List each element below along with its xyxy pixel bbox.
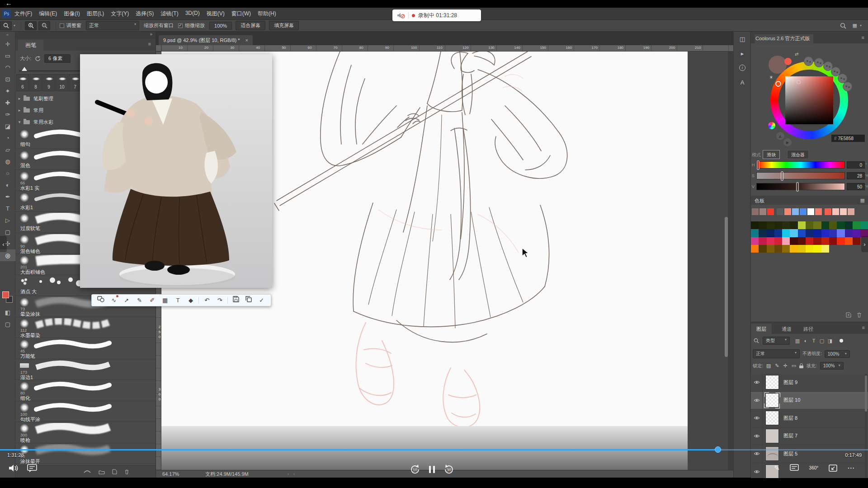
visibility-eye-icon[interactable] xyxy=(751,392,763,409)
path-select-tool[interactable]: ▷ xyxy=(0,214,15,226)
swap-colors-icon[interactable]: ⇄ xyxy=(795,52,798,56)
color-swatch[interactable] xyxy=(800,208,807,215)
panel-menu-icon[interactable]: ≡ xyxy=(148,41,151,47)
color-swatch[interactable] xyxy=(806,221,813,229)
layer-filter-icon[interactable]: ▥ xyxy=(793,338,802,344)
color-swatch[interactable] xyxy=(821,221,829,229)
pause-button[interactable] xyxy=(429,466,435,473)
zoom-tool-preset[interactable] xyxy=(0,21,12,30)
color-swatch[interactable] xyxy=(832,208,839,215)
color-swatch[interactable] xyxy=(759,237,766,245)
tab-layers[interactable]: 图层 xyxy=(751,324,772,334)
menu-item[interactable]: 视图(V) xyxy=(207,10,225,18)
swatches-menu-icon[interactable]: ▦ xyxy=(860,197,865,203)
color-swatch[interactable] xyxy=(790,229,797,237)
color-swatch[interactable] xyxy=(815,208,822,215)
layer-row[interactable]: 图层 9 xyxy=(751,374,868,392)
color-swatch[interactable] xyxy=(777,208,783,215)
mixer-mode-button[interactable]: 混合器 xyxy=(787,150,809,159)
color-swatch[interactable] xyxy=(845,237,853,245)
shading-preset-icon[interactable] xyxy=(804,56,813,66)
opacity-select[interactable]: 100%▾ xyxy=(825,350,850,358)
brush-item[interactable]: 300喷枪 xyxy=(15,422,156,443)
reference-image-window[interactable] xyxy=(80,54,272,288)
saturation-slider[interactable] xyxy=(756,172,845,179)
progress-knob[interactable] xyxy=(715,446,721,453)
crop-tool[interactable]: ⊡ xyxy=(0,73,15,85)
toolbar-collapse-icon[interactable]: « xyxy=(0,32,15,38)
tab-brushes[interactable]: 画笔 xyxy=(18,40,43,51)
chevron-right-icon[interactable]: ▸ xyxy=(15,108,24,113)
zoom-100-button[interactable]: 100% xyxy=(209,22,232,30)
canvas-scrollbar[interactable] xyxy=(725,217,728,357)
brush-size-preset[interactable]: 7 xyxy=(69,74,81,91)
slider-handle[interactable] xyxy=(781,171,783,181)
color-swatch[interactable] xyxy=(829,221,837,229)
color-swatch[interactable] xyxy=(751,221,759,229)
eraser-tool[interactable]: ▱ xyxy=(0,144,15,155)
color-swatch[interactable] xyxy=(774,229,782,237)
tab-paths[interactable]: 路径 xyxy=(798,324,819,334)
back-button[interactable]: ← xyxy=(5,0,12,7)
new-group-icon[interactable] xyxy=(99,469,105,474)
color-swatch[interactable] xyxy=(752,208,759,215)
gradient-tool[interactable]: ◍ xyxy=(0,155,15,167)
copy-icon[interactable] xyxy=(244,295,254,306)
color-swatch[interactable] xyxy=(853,237,860,245)
visibility-eye-icon[interactable] xyxy=(751,427,763,445)
zoom-out-button[interactable] xyxy=(38,21,50,30)
brush-size-value[interactable]: 6 像素 xyxy=(44,54,71,63)
type-tool[interactable]: T xyxy=(0,202,15,214)
menu-item[interactable]: 图层(L) xyxy=(87,10,104,18)
fill-screen-button[interactable]: 填充屏幕 xyxy=(269,21,299,30)
color-swatch[interactable] xyxy=(798,237,806,245)
color-swatch[interactable] xyxy=(829,229,837,237)
zoom-mode-select[interactable]: 正常▾ xyxy=(86,21,139,30)
text-icon[interactable]: T xyxy=(173,295,183,306)
brush-size-preset[interactable]: 6 xyxy=(16,74,29,91)
filter-type-select[interactable]: 类型▾ xyxy=(763,337,790,345)
screen-mode-icon[interactable]: ▢ xyxy=(0,318,15,330)
chevron-right-icon[interactable]: ▸ xyxy=(15,96,24,101)
healing-brush-tool[interactable]: ✚ xyxy=(0,97,15,108)
layer-row[interactable]: 图层 7 xyxy=(751,427,868,446)
delete-brush-icon[interactable] xyxy=(124,469,129,474)
shading-preset-icon[interactable] xyxy=(843,82,852,91)
move-tool[interactable]: ✛ xyxy=(0,38,15,50)
curve-icon[interactable]: ∿ xyxy=(109,295,119,306)
color-swatch[interactable] xyxy=(760,208,766,215)
notes-pencil-icon[interactable]: ✎ xyxy=(774,464,780,472)
color-swatch[interactable] xyxy=(751,229,759,237)
lock-option-icon[interactable]: ✛ xyxy=(783,363,787,369)
volume-button[interactable] xyxy=(8,464,19,473)
color-swatch[interactable] xyxy=(813,245,821,253)
color-swatch[interactable] xyxy=(806,237,813,245)
shading-preset-icon[interactable] xyxy=(814,58,824,67)
close-tab-icon[interactable]: × xyxy=(245,38,248,43)
clone-stamp-tool[interactable]: ◪ xyxy=(0,120,15,132)
color-swatch[interactable] xyxy=(759,229,766,237)
scrubby-zoom-checkbox[interactable] xyxy=(178,23,183,28)
confirm-icon[interactable]: ✓ xyxy=(257,295,267,306)
delete-swatch-icon[interactable] xyxy=(857,312,862,318)
menu-item[interactable]: 3D(D) xyxy=(185,10,200,18)
color-swatch[interactable] xyxy=(845,229,853,237)
lock-option-icon[interactable]: ▭ xyxy=(792,363,796,369)
brush-item[interactable]: 80细化 xyxy=(15,380,156,401)
color-swatch[interactable] xyxy=(774,221,782,229)
color-swatch[interactable] xyxy=(751,237,759,245)
tab-channels[interactable]: 通道 xyxy=(776,324,797,334)
danmaku-settings-icon[interactable] xyxy=(790,464,799,472)
color-swatch[interactable] xyxy=(821,237,829,245)
color-swatch[interactable] xyxy=(798,245,806,253)
status-popup-arrows[interactable]: › ‹ xyxy=(288,472,297,476)
left-panel-chevron[interactable]: ‹ xyxy=(0,236,7,252)
more-button[interactable]: ⋯ xyxy=(847,464,854,472)
redo-icon[interactable]: ↷ xyxy=(215,295,225,306)
color-swatch[interactable] xyxy=(848,208,854,215)
color-swatch[interactable] xyxy=(837,237,844,245)
brush-item[interactable]: 173湿边1 xyxy=(15,359,156,380)
rewind-10-button[interactable]: 10 xyxy=(409,464,421,475)
properties-panel-icon[interactable]: ▸ xyxy=(734,46,751,61)
color-swatch[interactable] xyxy=(806,245,813,253)
